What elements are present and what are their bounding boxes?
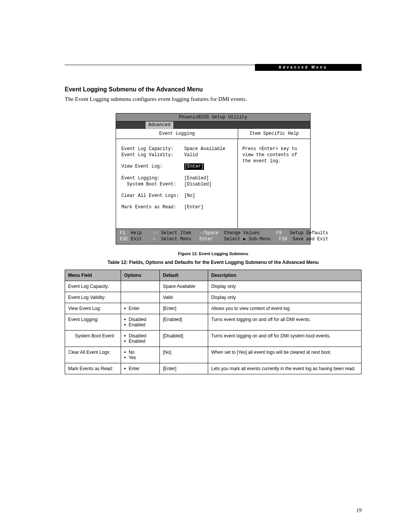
cell-menu-field: Event Logging: (65, 314, 121, 331)
option-item: Enabled (124, 339, 156, 344)
bios-field-row[interactable]: Event Log Capacity:Space Available (121, 146, 232, 152)
cell-options: Enter (121, 363, 160, 374)
th-description: Description (208, 270, 362, 281)
cell-options: NoYes (121, 347, 160, 363)
bios-title: PhoenixBIOS Setup Utility (116, 113, 310, 121)
footer-text-select-submenu: Select ▶ Sub-Menu (224, 236, 271, 242)
option-item: Enter (124, 306, 156, 311)
cell-description: Lets you mark all events currently in th… (208, 363, 362, 374)
bios-fields-pane: Event Log Capacity:Space AvailableEvent … (116, 139, 238, 228)
cell-menu-field: Event Log Capacity: (65, 281, 121, 292)
option-item: Enabled (124, 322, 156, 328)
footer-key-enter: Enter (199, 236, 213, 242)
table-row: Event Log Capacity:Space AvailableDispla… (65, 281, 362, 292)
table-row: System Boot Event:DisabledEnabled[Disabl… (65, 331, 362, 347)
cell-menu-field: System Boot Event: (65, 331, 121, 347)
option-item: No (124, 350, 156, 355)
bios-field-value-selected[interactable]: [Enter] (184, 163, 204, 169)
bios-field-value[interactable]: [Enter] (184, 204, 232, 210)
option-item: Disabled (124, 333, 156, 339)
cell-options: DisabledEnabled (121, 314, 160, 331)
bios-left-heading: Event Logging (116, 129, 238, 139)
cell-options: Enter (121, 303, 160, 314)
bios-field-row[interactable]: Event Logging:[Enabled] (121, 175, 232, 181)
cell-default: [No] (160, 347, 208, 363)
th-menu-field: Menu Field (65, 270, 121, 281)
bios-field-value[interactable]: [Enabled] (184, 175, 232, 181)
cell-default: Valid (160, 292, 208, 303)
bios-field-row[interactable]: System Boot Event:[Disabled] (121, 181, 232, 187)
bios-field-label: Event Log Capacity: (121, 146, 184, 152)
footer-key-updown: ↑↓ (153, 230, 158, 236)
footer-text-change-values: Change Values (224, 230, 260, 236)
cell-menu-field: Clear All Event Logs: (65, 347, 121, 363)
section-title: Event Logging Submenu of the Advanced Me… (65, 86, 362, 93)
cell-menu-field: Mark Events as Read: (65, 363, 121, 374)
cell-default: [Enabled] (160, 314, 208, 331)
bios-field-label: Event Logging: (121, 175, 184, 181)
cell-description: Turns event logging on and off for DMI s… (208, 331, 362, 347)
footer-key-esc: ESC (120, 236, 128, 242)
bios-footer-row-1: F1 Help ↑↓ Select Item -/Space Change Va… (120, 230, 306, 236)
header-bar: Advanced Menu (255, 64, 362, 71)
cell-default: Space Available (160, 281, 208, 292)
cell-description: Turns event logging on and off for all D… (208, 314, 362, 331)
cell-default: [Enter] (160, 363, 208, 374)
bios-help-pane: Press <Enter> key to view the contents o… (238, 139, 310, 228)
table-caption: Table 12: Fields, Options and Defaults f… (65, 260, 362, 265)
table-row: Mark Events as Read:Enter[Enter]Lets you… (65, 363, 362, 374)
option-item: Enter (124, 366, 156, 371)
bios-right-heading: Item Specific Help (238, 129, 310, 139)
bios-footer-row-2: ESC Exit ↔ Select Menu Enter Select ▶ Su… (120, 236, 306, 242)
footer-key-f10: F10 (279, 236, 287, 242)
table-row: Clear All Event Logs:NoYes[No]When set t… (65, 347, 362, 363)
cell-menu-field: Event Log Validity: (65, 292, 121, 303)
footer-text-exit: Exit (131, 236, 142, 242)
figure-caption: Figure 12. Event Logging Submenu (65, 251, 362, 256)
footer-text-select-menu: Select Menu (161, 236, 191, 242)
cell-options: DisabledEnabled (121, 331, 160, 347)
th-options: Options (121, 270, 160, 281)
footer-text-help: Help (131, 230, 142, 236)
bios-field-label: Clear All Event Logs: (121, 193, 184, 199)
page-number: 19 (356, 508, 362, 514)
bios-tab-advanced[interactable]: Advanced (145, 121, 174, 129)
footer-key-space: -/Space (199, 230, 218, 236)
cell-description: When set to [Yes] all event logs will be… (208, 347, 362, 363)
cell-options (121, 292, 160, 303)
footer-key-f1: F1 (120, 230, 125, 236)
table-row: View Event Log:Enter[Enter]Allows you to… (65, 303, 362, 314)
bios-footer: F1 Help ↑↓ Select Item -/Space Change Va… (116, 229, 310, 244)
cell-description: Display only (208, 292, 362, 303)
bios-field-row[interactable]: Event Log Validity:Valid (121, 152, 232, 158)
bios-field-value[interactable]: Valid (184, 152, 232, 158)
bios-field-row[interactable]: Mark Events as Read:[Enter] (121, 204, 232, 210)
cell-default: [Enter] (160, 303, 208, 314)
footer-text-select-item: Select Item (161, 230, 191, 236)
bios-field-row[interactable]: View Event Log:[Enter] (121, 163, 232, 169)
bios-field-label: View Event Log: (121, 163, 184, 169)
bios-field-label: Mark Events as Read: (121, 204, 184, 210)
option-item: Disabled (124, 317, 156, 322)
cell-options (121, 281, 160, 292)
footer-text-save-exit: Save and Exit (293, 236, 328, 242)
footer-key-f9: F9 (276, 230, 282, 236)
footer-key-leftright: ↔ (153, 236, 155, 242)
cell-default: [Disabled] (160, 331, 208, 347)
table-row: Event Logging:DisabledEnabled[Enabled]Tu… (65, 314, 362, 331)
cell-description: Allows you to view content of event log (208, 303, 362, 314)
bios-field-value[interactable]: Space Available (184, 146, 232, 152)
bios-field-row[interactable]: Clear All Event Logs:[No] (121, 193, 232, 199)
options-table: Menu Field Options Default Description E… (65, 270, 362, 374)
bios-field-label: Event Log Validity: (121, 152, 184, 158)
bios-field-label: System Boot Event: (121, 181, 184, 187)
th-default: Default (160, 270, 208, 281)
cell-description: Display only (208, 281, 362, 292)
cell-menu-field: View Event Log: (65, 303, 121, 314)
bios-field-value[interactable]: [No] (184, 193, 232, 199)
intro-paragraph: The Event Logging submenu configures eve… (65, 96, 362, 102)
bios-field-value[interactable]: [Disabled] (184, 181, 232, 187)
option-item: Yes (124, 355, 156, 360)
bios-screenshot: PhoenixBIOS Setup Utility Advanced Event… (116, 113, 311, 244)
footer-text-setup-defaults: Setup Defaults (290, 230, 328, 236)
